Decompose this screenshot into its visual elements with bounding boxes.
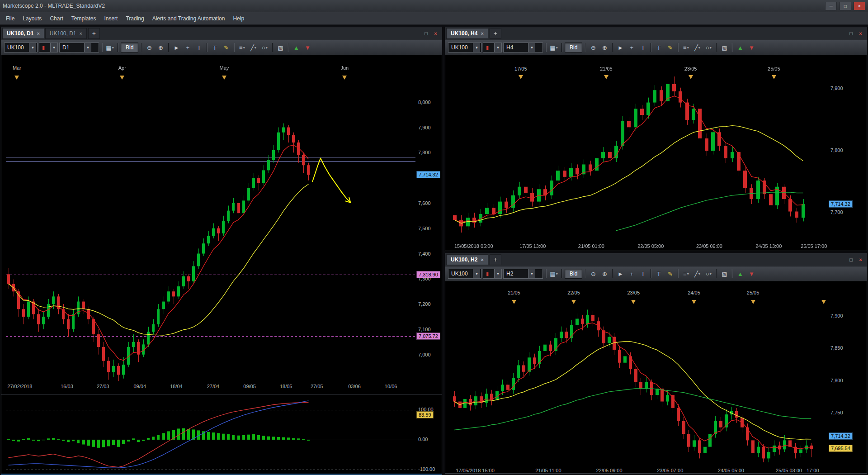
- date-marker-icon[interactable]: [751, 300, 755, 304]
- candle-style-select[interactable]: ▮▾: [483, 43, 502, 52]
- chart-type-select[interactable]: ▦▾: [549, 269, 559, 279]
- sell-marker-icon[interactable]: ▼: [746, 43, 756, 52]
- menu-item-trading[interactable]: Trading: [122, 14, 148, 24]
- crosshair-icon[interactable]: +: [627, 269, 637, 279]
- trendline-tool-icon[interactable]: ╱▾: [692, 43, 702, 52]
- new-tab-button[interactable]: +: [490, 28, 501, 39]
- date-marker-icon[interactable]: [689, 75, 693, 79]
- tab-h2-0[interactable]: UK100, H2×: [446, 254, 488, 265]
- close-button[interactable]: ×: [854, 2, 865, 10]
- tab-close-icon[interactable]: ×: [481, 257, 483, 262]
- crosshair-icon[interactable]: +: [627, 43, 637, 52]
- menu-item-help[interactable]: Help: [229, 14, 248, 24]
- buy-marker-icon[interactable]: ▲: [735, 43, 745, 52]
- text-tool-icon[interactable]: T: [654, 269, 664, 279]
- interval-select-icon[interactable]: I: [638, 43, 648, 52]
- bid-toggle[interactable]: Bid: [565, 269, 582, 279]
- price-chart-canvas-h2[interactable]: [452, 304, 825, 462]
- cursor-icon[interactable]: ►: [615, 43, 625, 52]
- zoom-out-icon[interactable]: ⊖: [588, 43, 598, 52]
- buy-marker-icon[interactable]: ▲: [735, 269, 745, 279]
- maximize-button[interactable]: □: [840, 2, 851, 10]
- price-chart-canvas-d1[interactable]: [6, 73, 415, 382]
- date-marker-icon[interactable]: [692, 300, 696, 304]
- date-marker-icon[interactable]: [772, 75, 776, 79]
- indicator-canvas-d1[interactable]: [6, 396, 415, 474]
- zoom-out-icon[interactable]: ⊖: [144, 43, 154, 52]
- period-select[interactable]: H2▾: [503, 269, 543, 279]
- hline-tool-icon[interactable]: ≡▾: [681, 269, 691, 279]
- ellipse-tool-icon[interactable]: ○▾: [259, 43, 269, 52]
- eraser-icon[interactable]: ▧: [719, 43, 729, 52]
- period-select[interactable]: H4▾: [503, 43, 543, 52]
- ellipse-tool-icon[interactable]: ○▾: [703, 43, 713, 52]
- tab-d1-0[interactable]: UK100, D1×: [2, 28, 44, 39]
- date-marker-icon[interactable]: [631, 300, 636, 304]
- date-marker-icon[interactable]: [604, 75, 609, 79]
- cursor-icon[interactable]: ►: [171, 43, 181, 52]
- tab-close-icon[interactable]: ×: [481, 31, 483, 36]
- zoom-out-icon[interactable]: ⊖: [588, 269, 598, 279]
- menu-item-file[interactable]: File: [2, 14, 19, 24]
- text-tool-icon[interactable]: T: [210, 43, 220, 52]
- cursor-icon[interactable]: ►: [615, 269, 625, 279]
- sell-marker-icon[interactable]: ▼: [746, 269, 756, 279]
- menu-item-insert[interactable]: Insert: [100, 14, 122, 24]
- date-marker-icon[interactable]: [571, 300, 576, 304]
- eraser-icon[interactable]: ▧: [275, 43, 285, 52]
- panel-close-button[interactable]: ×: [856, 30, 865, 37]
- new-tab-button[interactable]: +: [490, 254, 501, 265]
- panel-close-button[interactable]: ×: [856, 256, 865, 263]
- crosshair-icon[interactable]: +: [183, 43, 193, 52]
- interval-select-icon[interactable]: I: [194, 43, 204, 52]
- date-marker-icon[interactable]: [120, 76, 124, 80]
- minimize-button[interactable]: ─: [825, 2, 837, 10]
- candle-style-select[interactable]: ▮▾: [483, 269, 502, 279]
- zoom-in-icon[interactable]: ⊕: [599, 269, 609, 279]
- date-marker-icon[interactable]: [821, 300, 826, 304]
- chart-type-select[interactable]: ▦▾: [549, 43, 559, 52]
- symbol-select[interactable]: UK100▾: [448, 269, 481, 279]
- panel-restore-button[interactable]: □: [422, 30, 430, 37]
- bid-toggle[interactable]: Bid: [565, 43, 582, 52]
- menu-item-alerts-and-trading-automation[interactable]: Alerts and Trading Automation: [148, 14, 229, 24]
- date-marker-icon[interactable]: [222, 76, 226, 80]
- panel-restore-button[interactable]: □: [847, 30, 855, 37]
- tab-d1-1[interactable]: UK100, D1×: [45, 28, 87, 39]
- date-marker-icon[interactable]: [519, 75, 523, 79]
- menu-item-chart[interactable]: Chart: [46, 14, 67, 24]
- zoom-in-icon[interactable]: ⊕: [156, 43, 165, 52]
- trendline-tool-icon[interactable]: ╱▾: [248, 43, 258, 52]
- interval-select-icon[interactable]: I: [638, 269, 648, 279]
- text-tool-icon[interactable]: T: [654, 43, 664, 52]
- tab-close-icon[interactable]: ×: [80, 31, 82, 36]
- date-marker-icon[interactable]: [512, 300, 516, 304]
- pencil-tool-icon[interactable]: ✎: [665, 269, 675, 279]
- menu-item-layouts[interactable]: Layouts: [19, 14, 46, 24]
- period-select[interactable]: D1▾: [59, 43, 99, 52]
- ellipse-tool-icon[interactable]: ○▾: [703, 269, 713, 279]
- sell-marker-icon[interactable]: ▼: [302, 43, 312, 52]
- buy-marker-icon[interactable]: ▲: [291, 43, 301, 52]
- price-chart-canvas-h4[interactable]: [452, 75, 825, 249]
- date-marker-icon[interactable]: [14, 76, 19, 80]
- bid-toggle[interactable]: Bid: [121, 43, 138, 52]
- pencil-tool-icon[interactable]: ✎: [221, 43, 231, 52]
- panel-restore-button[interactable]: □: [847, 256, 855, 263]
- date-marker-icon[interactable]: [342, 76, 347, 80]
- trendline-tool-icon[interactable]: ╱▾: [692, 269, 702, 279]
- pencil-tool-icon[interactable]: ✎: [665, 43, 675, 52]
- eraser-icon[interactable]: ▧: [719, 269, 729, 279]
- zoom-in-icon[interactable]: ⊕: [599, 43, 609, 52]
- tab-h4-0[interactable]: UK100, H4×: [446, 28, 488, 39]
- candle-style-select[interactable]: ▮▾: [39, 43, 58, 52]
- tab-close-icon[interactable]: ×: [37, 31, 39, 36]
- symbol-select[interactable]: UK100▾: [4, 43, 38, 52]
- symbol-select[interactable]: UK100▾: [448, 43, 481, 52]
- hline-tool-icon[interactable]: ≡▾: [237, 43, 247, 52]
- menu-item-templates[interactable]: Templates: [67, 14, 100, 24]
- panel-close-button[interactable]: ×: [431, 30, 440, 37]
- hline-tool-icon[interactable]: ≡▾: [681, 43, 691, 52]
- chart-type-select[interactable]: ▦▾: [105, 43, 115, 52]
- new-tab-button[interactable]: +: [88, 28, 100, 39]
